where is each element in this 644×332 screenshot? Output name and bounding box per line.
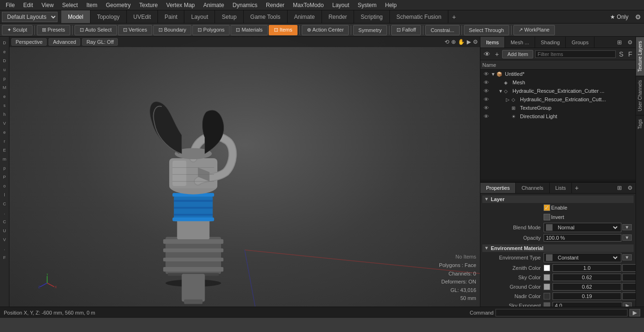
command-input[interactable] xyxy=(495,309,627,316)
sky-exp-arrow-btn[interactable]: ▶ xyxy=(623,302,632,307)
item-expand-3[interactable]: ▼ xyxy=(498,89,504,94)
menu-item[interactable]: Item xyxy=(83,1,101,9)
settings-button[interactable]: ⚙ xyxy=(632,13,644,21)
sculpt-button[interactable]: ✦ Sculpt xyxy=(2,25,33,35)
props-tab-add-button[interactable]: + xyxy=(572,183,581,193)
list-item[interactable]: 👁 ▷ ◇ Hydraulic_Rescue_Extrication_Cutt.… xyxy=(480,95,636,104)
tab-paint[interactable]: Paint xyxy=(158,10,184,23)
list-item[interactable]: 👁 ▷ ◈ Mesh xyxy=(480,78,636,87)
sidebar-icon-3[interactable]: D xyxy=(0,57,9,65)
viewport-raygl-button[interactable]: Ray GL: Off xyxy=(82,38,118,46)
sidebar-icon-7[interactable]: e xyxy=(0,92,9,101)
menu-file[interactable]: File xyxy=(2,1,18,9)
blend-mode-select[interactable]: Normal xyxy=(554,224,619,231)
items-sort-icon[interactable]: F xyxy=(627,50,634,58)
menu-geometry[interactable]: Geometry xyxy=(102,1,135,9)
sidebar-icon-20[interactable]: . xyxy=(0,209,9,217)
item-eye-4[interactable]: 👁 xyxy=(482,96,490,103)
layer-section-header[interactable]: ▼ Layer xyxy=(482,195,634,203)
props-expand-icon[interactable]: ⊞ xyxy=(614,184,625,192)
viewport-mode-button[interactable]: Perspective xyxy=(11,38,47,46)
nadir-color-swatch[interactable] xyxy=(544,293,550,300)
tab-uvedit[interactable]: UVEdit xyxy=(127,10,158,23)
rp-tab-shading[interactable]: Shading xyxy=(535,37,566,48)
constraints-button[interactable]: Constrai... xyxy=(425,25,459,35)
tab-layout[interactable]: Layout xyxy=(184,10,215,23)
ground-g-input[interactable] xyxy=(622,283,636,291)
nadir-g-input[interactable] xyxy=(622,292,636,300)
menu-view[interactable]: View xyxy=(38,1,58,9)
viewport-advanced-button[interactable]: Advanced xyxy=(49,38,80,46)
sidebar-icon-18[interactable]: l xyxy=(0,191,9,199)
action-center-button[interactable]: ⊕ Action Center xyxy=(302,25,349,35)
ground-color-swatch[interactable] xyxy=(544,283,550,290)
item-eye-6[interactable]: 👁 xyxy=(482,113,490,120)
scene-area[interactable]: No Items Polygons : Face Channels: 0 Def… xyxy=(9,47,480,307)
enable-checkbox[interactable]: ✓ xyxy=(544,204,550,211)
sidebar-icon-14[interactable]: m xyxy=(0,155,9,163)
tab-topology[interactable]: Topology xyxy=(91,10,127,23)
item-eye-3[interactable]: 👁 xyxy=(482,87,490,95)
viewport-settings-icon[interactable]: ⚙ xyxy=(473,39,478,45)
items-add-small-icon[interactable]: + xyxy=(494,50,500,58)
vtab-user-channels[interactable]: User Channels xyxy=(636,76,644,115)
boundary-button[interactable]: ⊡ Boundary xyxy=(153,25,191,35)
filter-items-input[interactable] xyxy=(535,50,616,58)
falloff-button[interactable]: ⊡ Falloff xyxy=(391,25,421,35)
tab-scripting[interactable]: Scripting xyxy=(354,10,390,23)
item-expand-2[interactable]: ▷ xyxy=(498,80,504,85)
vtab-tags[interactable]: Tags xyxy=(636,115,644,133)
list-item[interactable]: 👁 ▼ ◇ Hydraulic_Rescue_Extrication_Cutte… xyxy=(480,87,636,95)
rp-expand-icon[interactable]: ⊞ xyxy=(614,38,625,47)
items-filter-icon[interactable]: S xyxy=(618,50,625,58)
materials-button[interactable]: ⊡ Materials xyxy=(231,25,268,35)
viewport-zoom-icon[interactable]: ⊕ xyxy=(451,39,456,45)
sidebar-icon-9[interactable]: h xyxy=(0,110,9,119)
items-list[interactable]: 👁 ▼ 📦 Untitled* 👁 ▷ ◈ Mesh 👁 ▼ ◇ Hydrau xyxy=(480,70,636,179)
select-through-button[interactable]: Select Through xyxy=(464,25,509,35)
tab-game-tools[interactable]: Game Tools xyxy=(244,10,288,23)
viewport[interactable]: Perspective Advanced Ray GL: Off ⟲ ⊕ ✋ ▶… xyxy=(9,37,480,307)
polygons-button[interactable]: ⊡ Polygons xyxy=(192,25,230,35)
menu-dynamics[interactable]: Dynamics xyxy=(229,1,261,9)
item-expand-5[interactable]: ▷ xyxy=(506,105,512,111)
props-tab-properties[interactable]: Properties xyxy=(480,183,516,193)
tab-model[interactable]: Model xyxy=(61,10,91,23)
viewport-pan-icon[interactable]: ✋ xyxy=(458,39,465,45)
item-eye-5[interactable]: 👁 xyxy=(482,104,490,112)
zenith-color-swatch[interactable] xyxy=(544,265,550,271)
command-submit-btn[interactable]: ▶ xyxy=(629,309,640,316)
sidebar-icon-23[interactable]: V xyxy=(0,235,9,244)
rp-tab-items[interactable]: Items xyxy=(480,37,505,48)
item-expand-1[interactable]: ▼ xyxy=(491,72,496,77)
sidebar-icon-10[interactable]: V xyxy=(0,119,9,128)
menu-help[interactable]: Help xyxy=(381,1,401,9)
tab-render[interactable]: Render xyxy=(322,10,354,23)
sidebar-icon-6[interactable]: M xyxy=(0,83,9,92)
sidebar-icon-17[interactable]: o xyxy=(0,182,9,190)
sidebar-icon-1[interactable]: D xyxy=(0,39,9,47)
item-eye-2[interactable]: 👁 xyxy=(482,79,490,86)
auto-select-button[interactable]: ⊡ Auto Select xyxy=(74,25,117,35)
presets-button[interactable]: ⊞ Presets xyxy=(37,25,70,35)
items-button[interactable]: ⊡ Items xyxy=(269,25,297,35)
list-item[interactable]: 👁 ▷ ☀ Directional Light xyxy=(480,112,636,121)
sidebar-icon-4[interactable]: u xyxy=(0,65,9,74)
ground-r-input[interactable] xyxy=(553,283,621,291)
sidebar-icon-2[interactable]: e xyxy=(0,48,9,56)
sidebar-icon-5[interactable]: p xyxy=(0,74,9,83)
rp-settings-icon[interactable]: ⚙ xyxy=(625,38,636,47)
layout-select[interactable]: Default Layouts xyxy=(2,12,58,22)
menu-vertex-map[interactable]: Vertex Map xyxy=(163,1,199,9)
menu-system[interactable]: System xyxy=(354,1,380,9)
vertices-button[interactable]: ⊡ Vertices xyxy=(118,25,152,35)
tab-schematic-fusion[interactable]: Schematic Fusion xyxy=(390,10,448,23)
sidebar-icon-8[interactable]: s xyxy=(0,101,9,110)
zenith-r-input[interactable] xyxy=(553,264,621,272)
menu-animate[interactable]: Animate xyxy=(199,1,228,9)
invert-checkbox[interactable] xyxy=(544,214,550,220)
sky-color-swatch[interactable] xyxy=(544,274,550,281)
add-item-button[interactable]: Add Item xyxy=(502,50,533,58)
list-item[interactable]: 👁 ▷ ⊞ TextureGroup xyxy=(480,104,636,112)
sky-exponent-input[interactable] xyxy=(553,302,622,307)
